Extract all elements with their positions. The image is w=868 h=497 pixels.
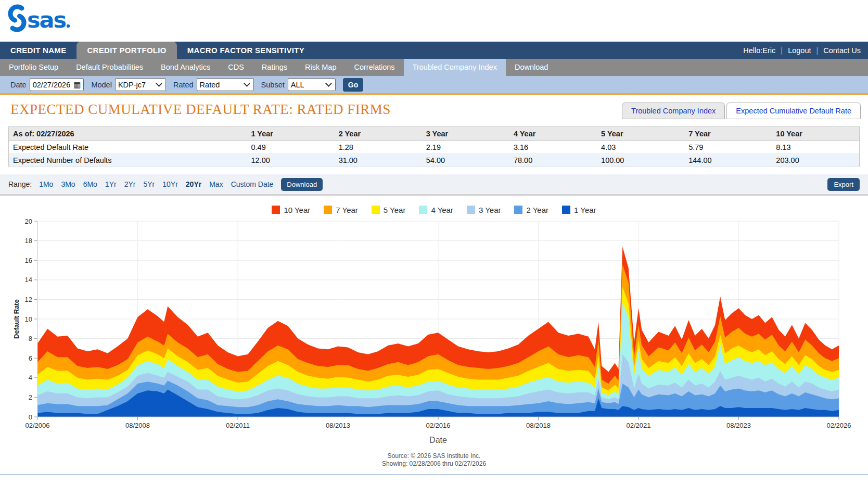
chevron-down-icon bbox=[325, 80, 332, 87]
model-label: Model bbox=[91, 81, 112, 89]
y-tick-label: 0 bbox=[29, 413, 32, 421]
subnav-troubled-company-index[interactable]: Troubled Company Index bbox=[404, 59, 506, 76]
subnav-correlations[interactable]: Correlations bbox=[345, 59, 403, 76]
subnav-risk-map[interactable]: Risk Map bbox=[296, 59, 345, 76]
range-option-2yr[interactable]: 2Yr bbox=[124, 180, 136, 188]
table-header-3y: 3 Year bbox=[422, 127, 509, 141]
date-value: 02/27/2026 bbox=[33, 81, 71, 89]
table-header-4y: 4 Year bbox=[509, 127, 597, 141]
subnav-default-probabilities[interactable]: Default Probabilities bbox=[67, 59, 152, 76]
sas-logo-text: sas bbox=[27, 7, 66, 33]
y-tick-label: 8 bbox=[29, 335, 32, 342]
footer-showing: Showing: 02/28/2006 thru 02/27/2026 bbox=[0, 460, 868, 468]
rated-label: Rated bbox=[173, 81, 194, 89]
range-option-6mo[interactable]: 6Mo bbox=[83, 180, 97, 188]
subnav-cds[interactable]: CDS bbox=[219, 59, 253, 76]
cell-value: 78.00 bbox=[509, 154, 597, 167]
default-rate-chart: 0246810121416182002/200608/200802/201108… bbox=[0, 215, 868, 447]
sas-logo: sas bbox=[5, 3, 72, 35]
range-option-1mo[interactable]: 1Mo bbox=[39, 180, 53, 188]
logout-link[interactable]: Logout bbox=[788, 46, 811, 55]
contact-us-link[interactable]: Contact Us bbox=[823, 46, 861, 55]
legend-label: 10 Year bbox=[284, 206, 310, 214]
footer-source: Source: © 2026 SAS Institute Inc. bbox=[0, 452, 868, 460]
chevron-down-icon bbox=[244, 80, 250, 87]
legend-swatch bbox=[324, 206, 332, 214]
calendar-icon[interactable]: ▦ bbox=[73, 81, 81, 88]
cell-value: 2.19 bbox=[422, 141, 509, 154]
range-option-3mo[interactable]: 3Mo bbox=[61, 180, 75, 188]
cell-value: 203.00 bbox=[772, 154, 859, 167]
y-tick-label: 10 bbox=[25, 315, 32, 323]
range-option-1yr[interactable]: 1Yr bbox=[105, 180, 117, 188]
range-option-5yr[interactable]: 5Yr bbox=[143, 180, 155, 188]
filter-bar: Date 02/27/2026 ▦ Model KDP-jc7 Rated Ra… bbox=[0, 76, 868, 93]
x-tick-label: 08/2023 bbox=[726, 422, 751, 429]
legend-item-1-year[interactable]: 1 Year bbox=[562, 206, 596, 214]
legend-label: 3 Year bbox=[479, 206, 501, 214]
model-select[interactable]: KDP-jc7 bbox=[115, 78, 166, 91]
tab-expected-cumulative-default-rate[interactable]: Expected Cumulative Default Rate bbox=[726, 103, 861, 119]
cell-value: 0.49 bbox=[247, 141, 335, 154]
legend-label: 4 Year bbox=[431, 206, 453, 214]
row-label: Expected Default Rate bbox=[9, 141, 247, 154]
legend-swatch bbox=[514, 206, 522, 214]
export-button[interactable]: Export bbox=[827, 178, 860, 191]
legend-item-10-year[interactable]: 10 Year bbox=[272, 206, 310, 214]
rated-select[interactable]: Rated bbox=[197, 78, 254, 91]
subnav-portfolio-setup[interactable]: Portfolio Setup bbox=[0, 59, 67, 76]
y-tick-label: 12 bbox=[25, 296, 32, 303]
x-tick-label: 02/2021 bbox=[627, 422, 651, 429]
nav-tab-macro-factor-sensitivity[interactable]: MACRO FACTOR SENSITIVITY bbox=[177, 42, 315, 59]
x-tick-label: 08/2013 bbox=[326, 422, 350, 429]
subset-select[interactable]: ALL bbox=[288, 78, 336, 91]
download-button[interactable]: Download bbox=[281, 178, 323, 191]
legend-item-5-year[interactable]: 5 Year bbox=[372, 206, 406, 214]
cell-value: 1.28 bbox=[335, 141, 422, 154]
cell-value: 4.03 bbox=[597, 141, 684, 154]
legend-swatch bbox=[419, 206, 427, 214]
go-button[interactable]: Go bbox=[343, 78, 363, 92]
subnav-download[interactable]: Download bbox=[506, 59, 557, 76]
legend-item-7-year[interactable]: 7 Year bbox=[324, 206, 358, 214]
date-input[interactable]: 02/27/2026 ▦ bbox=[30, 78, 84, 91]
cell-value: 54.00 bbox=[422, 154, 509, 167]
primary-nav: CREDIT NAME CREDIT PORTFOLIO MACRO FACTO… bbox=[0, 42, 868, 59]
chart-panel: 10 Year 7 Year 5 Year 4 Year 3 Year 2 Ye… bbox=[0, 196, 868, 475]
range-option-custom-date[interactable]: Custom Date bbox=[231, 180, 274, 188]
header-bar: sas bbox=[0, 0, 868, 42]
date-label: Date bbox=[10, 81, 27, 89]
cell-value: 144.00 bbox=[684, 154, 772, 167]
nav-tab-credit-name[interactable]: CREDIT NAME bbox=[0, 42, 76, 59]
legend-swatch bbox=[467, 206, 475, 214]
tab-troubled-company-index[interactable]: Troubled Company Index bbox=[622, 103, 725, 119]
y-tick-label: 4 bbox=[29, 374, 32, 381]
table-header-7y: 7 Year bbox=[684, 127, 772, 141]
subnav-ratings[interactable]: Ratings bbox=[253, 59, 296, 76]
table-header-1y: 1 Year bbox=[247, 127, 335, 141]
y-tick-label: 20 bbox=[25, 218, 32, 225]
y-tick-label: 16 bbox=[25, 257, 32, 264]
title-row: EXPECTED CUMULATIVE DEFAULT RATE: RATED … bbox=[0, 95, 868, 119]
x-tick-label: 02/2011 bbox=[226, 422, 250, 429]
row-label: Expected Number of Defaults bbox=[9, 154, 247, 167]
x-tick-label: 02/2016 bbox=[426, 422, 451, 429]
chart-footer: Source: © 2026 SAS Institute Inc. Showin… bbox=[0, 452, 868, 474]
range-toolbar: Range: 1Mo 3Mo 6Mo 1Yr 2Yr 5Yr 10Yr 20Yr… bbox=[0, 174, 868, 196]
range-option-max[interactable]: Max bbox=[209, 180, 223, 188]
y-tick-label: 18 bbox=[25, 237, 32, 245]
table-header-10y: 10 Year bbox=[772, 127, 859, 141]
cell-value: 12.00 bbox=[247, 154, 335, 167]
y-tick-label: 6 bbox=[29, 354, 32, 362]
range-option-20yr[interactable]: 20Yr bbox=[186, 180, 201, 188]
nav-tab-credit-portfolio[interactable]: CREDIT PORTFOLIO bbox=[76, 42, 176, 59]
cell-value: 31.00 bbox=[335, 154, 422, 167]
range-option-10yr[interactable]: 10Yr bbox=[162, 180, 178, 188]
x-axis-title: Date bbox=[429, 436, 447, 444]
subnav-bond-analytics[interactable]: Bond Analytics bbox=[152, 59, 219, 76]
secondary-nav: Portfolio Setup Default Probabilities Bo… bbox=[0, 59, 868, 76]
legend-item-2-year[interactable]: 2 Year bbox=[514, 206, 548, 214]
x-tick-label: 02/2006 bbox=[25, 422, 50, 429]
legend-item-4-year[interactable]: 4 Year bbox=[419, 206, 453, 214]
legend-item-3-year[interactable]: 3 Year bbox=[467, 206, 501, 214]
